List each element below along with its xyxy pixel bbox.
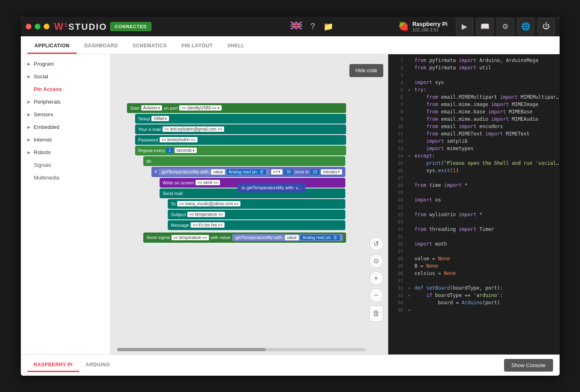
play-button[interactable]: ▶ bbox=[456, 18, 473, 35]
code-line: 8 from email.mime.base import MIMEBase bbox=[389, 109, 560, 116]
tab-schematics[interactable]: SCHEMATICS bbox=[125, 39, 174, 54]
sidebar-item-label: Internet bbox=[34, 137, 52, 143]
bottom-bar: RASPBERRY PI ARDUINO Show Console bbox=[21, 354, 560, 376]
if-block[interactable]: if getTemperatureMy with: value Analog r… bbox=[151, 167, 346, 177]
email-block[interactable]: Your e-mail «» test.wyliodrin@gmail.com … bbox=[135, 124, 347, 134]
device-info: 🍓 Raspberry Pi 102.168.3.51 bbox=[398, 21, 447, 32]
do-if-row: do if getTemperatureMy with: value Analo… bbox=[127, 156, 347, 230]
send-signal-block[interactable]: Send signal «» temperature «» with value… bbox=[143, 233, 347, 243]
code-line: 17 bbox=[389, 175, 560, 182]
sidebar-item-pin-access[interactable]: Pin Access bbox=[21, 83, 110, 95]
sidebar-item-label: Multimedia bbox=[34, 175, 60, 181]
code-line: 16 sys.exit(1) bbox=[389, 168, 560, 175]
maximize-button[interactable] bbox=[35, 24, 40, 29]
setup-block[interactable]: Setup GMail ▾ bbox=[135, 114, 347, 124]
sidebar-item-social[interactable]: ▶ Social bbox=[21, 70, 110, 83]
bottom-tab-raspberry-pi[interactable]: RASPBERRY PI bbox=[27, 359, 79, 372]
canvas-area[interactable]: Hide code Start Arduino ▾ on port «» /de… bbox=[111, 54, 388, 354]
bottom-tab-arduino[interactable]: ARDUINO bbox=[79, 359, 117, 372]
sidebar-item-label: Embedded bbox=[34, 124, 60, 130]
code-line: 35 ▾ bbox=[389, 307, 560, 314]
code-line: 11 from email.MIMEText import MIMEText bbox=[389, 131, 560, 138]
do-block[interactable]: do bbox=[143, 156, 346, 166]
to-block[interactable]: To «» ioana_mculic@yahoo.com «» bbox=[168, 199, 346, 209]
sidebar-item-peripherals[interactable]: ▶ Peripherals bbox=[21, 95, 110, 108]
tab-shell[interactable]: SHELL bbox=[220, 39, 252, 54]
sidebar-item-multimedia[interactable]: Multimedia bbox=[21, 171, 110, 184]
code-line: 10 from email import encoders bbox=[389, 124, 560, 131]
globe-button[interactable]: 🌐 bbox=[517, 18, 534, 35]
hide-code-button[interactable]: Hide code bbox=[349, 64, 383, 78]
password-block[interactable]: Password «» testwyliodrin «» bbox=[135, 135, 347, 145]
sidebar-item-signals[interactable]: Signals bbox=[21, 159, 110, 171]
sidebar-item-label: Pin Access bbox=[34, 86, 62, 92]
main-content: ▶ Program ▶ Social Pin Access ▶ Peripher… bbox=[21, 54, 560, 354]
sidebar: ▶ Program ▶ Social Pin Access ▶ Peripher… bbox=[21, 54, 111, 354]
tab-pin-layout[interactable]: PIN LAYOUT bbox=[174, 39, 220, 54]
zoom-out-button[interactable]: − bbox=[369, 288, 383, 302]
code-line: 34 board = Arduino(port) bbox=[389, 300, 560, 307]
sidebar-item-label: Peripherals bbox=[34, 99, 61, 105]
power-button[interactable]: ⏻ bbox=[538, 18, 555, 35]
settings-button[interactable]: ⚙ bbox=[497, 18, 514, 35]
trash-button[interactable]: 🗑 bbox=[369, 306, 383, 322]
arrow-icon: ▶ bbox=[27, 62, 31, 66]
block-wrap: Start Arduino ▾ on port «» /dev/ttyUSB0 … bbox=[127, 103, 347, 243]
subject-block[interactable]: Subject «» temperature «» bbox=[168, 210, 346, 219]
repeat-block[interactable]: Repeat every 1 seconds ▾ bbox=[135, 146, 347, 155]
folder-icon[interactable]: 📁 bbox=[323, 22, 333, 31]
app-window: W¹STUDIO CONNECTED ? 📁 bbox=[21, 17, 560, 376]
book-button[interactable]: 📖 bbox=[476, 18, 493, 35]
close-button[interactable] bbox=[26, 24, 31, 29]
help-icon[interactable]: ? bbox=[310, 22, 315, 31]
canvas-controls: ↺ ⊙ + − 🗑 bbox=[369, 237, 383, 322]
connected-badge: CONNECTED bbox=[110, 22, 151, 31]
code-line: 32 ▾ def setBoard(boardType, port): bbox=[389, 285, 560, 292]
code-line: 15 print("Please open the Shell and run … bbox=[389, 160, 560, 168]
tab-application[interactable]: APPLICATION bbox=[27, 39, 77, 54]
code-line: 21 bbox=[389, 204, 560, 212]
sidebar-item-label: Signals bbox=[34, 162, 51, 168]
code-line: 28 value = None bbox=[389, 256, 560, 263]
code-line: 24 from threading import Timer bbox=[389, 226, 560, 234]
code-panel: 1 from pyfirmata import Arduino, Arduino… bbox=[388, 54, 560, 354]
call-block[interactable]: to getTemperatureMy with: v... bbox=[238, 183, 306, 193]
code-line: 29 B = None bbox=[389, 263, 560, 270]
message-block[interactable]: Message «» it's too hot «» bbox=[168, 220, 346, 230]
center-button[interactable]: ⊙ bbox=[369, 254, 383, 268]
code-line: 5 ▾ try: bbox=[389, 87, 560, 94]
code-line: 23 bbox=[389, 219, 560, 226]
code-line: 22 from wyliodrin import * bbox=[389, 212, 560, 219]
canvas-scrollbar-thumb bbox=[117, 348, 266, 351]
arrow-icon: ▶ bbox=[27, 137, 31, 142]
code-line: 13 import mimetypes bbox=[389, 146, 560, 153]
undo-button[interactable]: ↺ bbox=[369, 237, 383, 251]
flag-icon[interactable] bbox=[291, 22, 302, 31]
sidebar-item-internet[interactable]: ▶ Internet bbox=[21, 133, 110, 146]
sidebar-item-label: Program bbox=[34, 61, 54, 67]
show-console-button[interactable]: Show Console bbox=[504, 359, 553, 372]
code-line: 14 ▾ except: bbox=[389, 153, 560, 160]
arrow-icon: ▶ bbox=[27, 150, 31, 155]
canvas-scrollbar[interactable] bbox=[117, 348, 365, 351]
sidebar-item-sensors[interactable]: ▶ Sensors bbox=[21, 108, 110, 121]
titlebar-right: 🍓 Raspberry Pi 102.168.3.51 ▶ 📖 ⚙ 🌐 ⏻ bbox=[398, 18, 554, 35]
main-tabs: APPLICATION DASHBOARD SCHEMATICS PIN LAY… bbox=[21, 36, 560, 54]
code-line: 33 ▾ if boardType == 'arduino': bbox=[389, 292, 560, 300]
tab-dashboard[interactable]: DASHBOARD bbox=[77, 39, 125, 54]
zoom-in-button[interactable]: + bbox=[369, 271, 383, 285]
start-block[interactable]: Start Arduino ▾ on port «» /dev/ttyUSB0 … bbox=[127, 103, 347, 113]
code-line: 1 from pyfirmata import Arduino, Arduino… bbox=[389, 58, 560, 65]
device-name: Raspberry Pi bbox=[412, 21, 447, 27]
minimize-button[interactable] bbox=[44, 24, 49, 29]
code-line: 12 import smtplib bbox=[389, 138, 560, 146]
arrow-icon: ▶ bbox=[27, 100, 31, 104]
code-line: 30 celsius = None bbox=[389, 270, 560, 278]
arrow-icon: ▶ bbox=[27, 74, 31, 79]
sidebar-item-embedded[interactable]: ▶ Embedded bbox=[21, 121, 110, 133]
code-line: 20 import os bbox=[389, 197, 560, 204]
sidebar-item-program[interactable]: ▶ Program bbox=[21, 58, 110, 70]
sidebar-item-robots[interactable]: ▶ Robots bbox=[21, 146, 110, 159]
blocks-container: Start Arduino ▾ on port «» /dev/ttyUSB0 … bbox=[127, 103, 347, 243]
arrow-icon: ▶ bbox=[27, 125, 31, 129]
